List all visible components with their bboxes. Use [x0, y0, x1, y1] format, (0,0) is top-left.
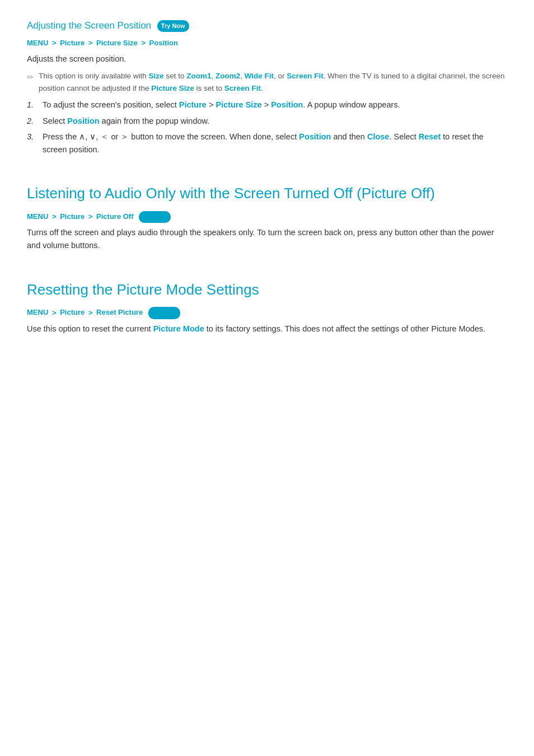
s3-breadcrumb-picture: Picture	[60, 309, 85, 317]
breadcrumb-sep1: >	[52, 39, 57, 47]
breadcrumb-position: Position	[149, 39, 178, 47]
section3-title: Resetting the Picture Mode Settings	[27, 268, 507, 302]
section-resetting-picture-mode: Resetting the Picture Mode Settings MENU…	[27, 268, 507, 335]
s3-breadcrumb-reset-picture: Reset Picture	[96, 309, 143, 317]
section1-intro: Adjusts the screen position.	[27, 53, 507, 66]
breadcrumb-picture-size: Picture Size	[96, 39, 138, 47]
s3-breadcrumb-menu: MENU	[27, 309, 48, 317]
section-adjusting-screen-position: Adjusting the Screen Position Try Now ME…	[27, 18, 507, 156]
step2-text: Select Position again from the popup win…	[43, 115, 209, 128]
step1-text: To adjust the screen's position, select …	[43, 99, 400, 111]
section3-title-text: Resetting the Picture Mode Settings	[27, 281, 259, 298]
breadcrumb-sep2: >	[88, 39, 93, 47]
s2-breadcrumb-menu: MENU	[27, 212, 48, 221]
section-listening-audio: Listening to Audio Only with the Screen …	[27, 172, 507, 253]
section1-title: Adjusting the Screen Position Try Now	[27, 18, 507, 33]
section1-note-text: This option is only available with Size …	[39, 70, 507, 94]
section2-title-text: Listening to Audio Only with the Screen …	[27, 185, 435, 202]
s3-breadcrumb-sep1: >	[52, 309, 57, 317]
s2-breadcrumb-picture-off: Picture Off	[96, 212, 133, 221]
section1-breadcrumb: MENU > Picture > Picture Size > Position	[27, 38, 507, 49]
section3-body-after: to its factory settings. This does not a…	[204, 324, 485, 333]
section2-try-now-badge[interactable]: Try Now	[139, 211, 171, 223]
section2-body: Turns off the screen and plays audio thr…	[27, 226, 507, 252]
section3-body-before: Use this option to reset the current	[27, 324, 153, 333]
step-1: 1. To adjust the screen's position, sele…	[27, 99, 507, 111]
breadcrumb-picture: Picture	[60, 39, 85, 47]
section1-note: ✏ This option is only available with Siz…	[27, 70, 507, 94]
step3-text: Press the ∧, ∨, ＜ or ＞ button to move th…	[43, 130, 507, 156]
section2-breadcrumb: MENU > Picture > Picture Off Try Now	[27, 211, 507, 223]
breadcrumb-menu: MENU	[27, 39, 48, 47]
section1-steps: 1. To adjust the screen's position, sele…	[27, 99, 507, 156]
pencil-icon: ✏	[27, 71, 34, 94]
step1-num: 1.	[27, 99, 37, 111]
breadcrumb-sep3: >	[141, 39, 146, 47]
section2-title: Listening to Audio Only with the Screen …	[27, 172, 507, 206]
step2-num: 2.	[27, 115, 37, 128]
section3-body: Use this option to reset the current Pic…	[27, 323, 507, 335]
s3-breadcrumb-sep2: >	[88, 309, 93, 317]
step3-num: 3.	[27, 130, 37, 156]
section3-picture-mode-highlight: Picture Mode	[153, 324, 204, 333]
s2-breadcrumb-sep2: >	[88, 212, 93, 221]
section3-breadcrumb: MENU > Picture > Reset Picture Try Now	[27, 307, 507, 319]
step-3: 3. Press the ∧, ∨, ＜ or ＞ button to move…	[27, 130, 507, 156]
section3-try-now-badge[interactable]: Try Now	[148, 307, 180, 319]
section1-title-text: Adjusting the Screen Position	[27, 20, 151, 31]
s2-breadcrumb-sep1: >	[52, 212, 57, 221]
step-2: 2. Select Position again from the popup …	[27, 115, 507, 128]
section1-try-now-badge[interactable]: Try Now	[157, 20, 189, 32]
s2-breadcrumb-picture: Picture	[60, 212, 85, 221]
